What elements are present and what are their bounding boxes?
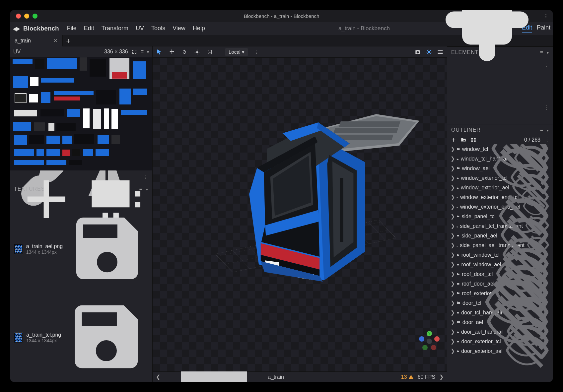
chevron-right-icon[interactable]: ❯ (451, 156, 455, 162)
chevron-right-icon[interactable]: ❯ (451, 261, 455, 268)
rotate-tool-icon[interactable] (181, 49, 188, 55)
chevron-right-icon[interactable]: ❯ (451, 165, 455, 171)
menu-edit[interactable]: Edit (83, 24, 96, 33)
toolbar-more-icon[interactable] (254, 49, 259, 55)
chevron-right-icon[interactable]: ❯ (451, 252, 455, 258)
center-panel: Local ▾ (153, 46, 447, 382)
folder-icon (457, 146, 460, 152)
orientation-gizmo[interactable]: Y (418, 330, 441, 353)
folder-icon (457, 223, 458, 229)
outliner-collapse-icon[interactable] (547, 127, 549, 133)
chevron-right-icon[interactable]: ❯ (451, 213, 455, 220)
svg-point-1 (428, 51, 430, 53)
chevron-right-icon[interactable]: ❯ (451, 184, 455, 191)
uv-fullscreen-icon[interactable] (131, 49, 137, 55)
chevron-right-icon[interactable]: ❯ (451, 242, 455, 248)
status-forward-icon[interactable]: ❯ (439, 374, 444, 380)
transform-space-select[interactable]: Local ▾ (225, 48, 248, 56)
right-panel: ELEMENT OUTLINER (447, 46, 553, 382)
visibility-icon[interactable] (505, 328, 550, 374)
model-train (232, 114, 375, 293)
svg-point-26 (427, 339, 432, 344)
folder-icon (457, 281, 460, 287)
select-tool-icon[interactable] (156, 49, 163, 55)
menu-file[interactable]: File (66, 24, 78, 33)
texture-row[interactable]: a_train_ael.png 1344 x 1344px (10, 205, 152, 293)
chevron-right-icon[interactable]: ❯ (451, 175, 455, 181)
folder-icon (457, 185, 459, 191)
folder-icon (457, 291, 460, 296)
status-back-icon[interactable]: ❮ (156, 374, 160, 380)
uv-options-icon[interactable] (141, 49, 144, 55)
folder-icon (457, 262, 459, 268)
chevron-right-icon[interactable]: ❯ (451, 338, 455, 345)
outliner-toggle-icon[interactable] (470, 137, 476, 143)
svg-point-31 (422, 345, 428, 350)
screenshot-icon[interactable] (414, 49, 421, 55)
file-tab-label: a_train (15, 38, 31, 44)
outliner-tree: ❯window_tcl❯window_tcl_handrails❯window_… (447, 144, 553, 382)
brand-label: Blockbench (23, 25, 59, 32)
svg-point-30 (419, 336, 424, 342)
chevron-right-icon[interactable]: ❯ (451, 300, 455, 306)
svg-point-0 (196, 51, 198, 53)
close-window-button[interactable] (16, 14, 21, 19)
save-texture-icon[interactable] (66, 207, 148, 291)
uv-toolbar: UV 336 × 336 (10, 46, 152, 57)
chevron-right-icon[interactable]: ❯ (451, 194, 455, 200)
chevron-right-icon[interactable]: ❯ (451, 329, 455, 335)
outliner-options-icon[interactable] (540, 127, 543, 133)
menu-help[interactable]: Help (191, 24, 206, 33)
add-group-icon[interactable] (460, 137, 466, 143)
new-tab-button[interactable]: ＋ (63, 36, 74, 46)
uv-preview[interactable] (10, 57, 152, 170)
outliner-panel-header: OUTLINER (447, 124, 553, 135)
add-cube-icon[interactable] (451, 137, 457, 143)
minimize-window-button[interactable] (24, 14, 29, 19)
file-tab[interactable]: a_train ✕ (10, 35, 63, 46)
chevron-right-icon[interactable]: ❯ (451, 319, 455, 325)
outliner-node-label: window_tcl (462, 146, 488, 152)
transform-space-label: Local (229, 49, 241, 55)
svg-rect-34 (471, 140, 473, 142)
outliner-more-icon[interactable] (544, 137, 550, 143)
status-warning[interactable]: 13 (401, 374, 414, 380)
texture-row[interactable]: a_train_tcl.png 1344 x 1344px (10, 293, 152, 382)
viewport[interactable]: Y (153, 58, 447, 371)
menu-view[interactable]: View (171, 24, 187, 33)
chevron-right-icon[interactable]: ❯ (451, 309, 455, 316)
close-tab-icon[interactable]: ✕ (53, 38, 58, 44)
element-panel-body (447, 58, 553, 124)
maximize-window-button[interactable] (33, 14, 37, 19)
texture-buttons (10, 194, 152, 205)
chevron-right-icon[interactable]: ❯ (451, 204, 455, 210)
texture-list: a_train_ael.png 1344 x 1344px a_train_tc… (10, 205, 152, 382)
window-controls (16, 14, 37, 19)
menu-transform[interactable]: Transform (100, 24, 130, 33)
outliner-count: 0 / 263 (524, 137, 540, 143)
uv-label: UV (13, 49, 21, 55)
status-breadcrumb: a_train (268, 374, 284, 380)
shading-icon[interactable] (426, 49, 432, 55)
move-tool-icon[interactable] (169, 49, 175, 55)
chevron-down-icon: ▾ (242, 49, 245, 55)
uv-collapse-icon[interactable] (147, 49, 149, 55)
app-menu-icon[interactable] (543, 13, 548, 19)
element-more-icon-2[interactable] (544, 104, 549, 111)
menu-tools[interactable]: Tools (150, 24, 167, 33)
chevron-right-icon[interactable]: ❯ (451, 271, 455, 277)
chevron-right-icon[interactable]: ❯ (451, 281, 455, 287)
chevron-right-icon[interactable]: ❯ (451, 232, 455, 239)
vertex-snap-tool-icon[interactable] (206, 49, 213, 55)
pivot-tool-icon[interactable] (194, 49, 200, 55)
chevron-right-icon[interactable]: ❯ (451, 348, 455, 354)
save-texture-icon[interactable] (64, 295, 148, 380)
chevron-right-icon[interactable]: ❯ (451, 146, 455, 152)
chevron-right-icon[interactable]: ❯ (451, 290, 455, 296)
chevron-right-icon[interactable]: ❯ (451, 223, 455, 229)
folder-icon (457, 348, 459, 354)
folder-icon (457, 271, 460, 277)
uv-dimensions: 336 × 336 (104, 49, 128, 55)
extension-icon[interactable] (437, 10, 537, 66)
menu-uv[interactable]: UV (134, 24, 145, 33)
